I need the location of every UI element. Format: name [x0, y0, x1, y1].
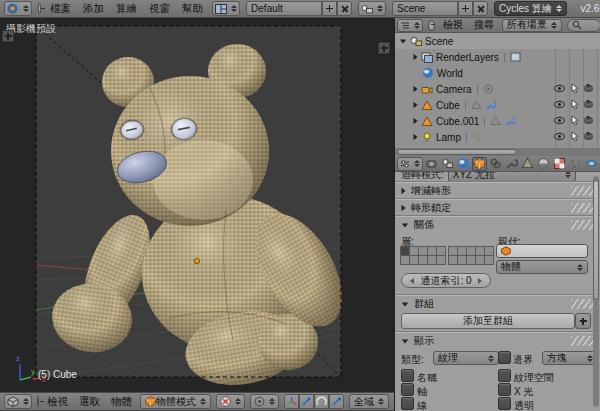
- panel-expander-icon[interactable]: [402, 205, 406, 211]
- menu-render[interactable]: 算繪: [113, 2, 140, 16]
- menu-object[interactable]: 物體: [108, 395, 135, 409]
- viewport-shading-dropdown[interactable]: [216, 394, 245, 409]
- outliner-row-world[interactable]: World: [395, 65, 600, 81]
- transparent-checkbox[interactable]: [498, 397, 511, 410]
- tab-physics[interactable]: [584, 157, 599, 171]
- pivot-point-dropdown[interactable]: [250, 394, 279, 409]
- properties-scrollbar[interactable]: [593, 176, 599, 407]
- editor-type-button-properties[interactable]: [397, 157, 423, 171]
- parent-object-field[interactable]: [496, 244, 588, 258]
- bounds-checkbox[interactable]: [498, 351, 511, 364]
- name-checkbox[interactable]: [401, 369, 414, 382]
- panel-delta-transform[interactable]: 增減轉形: [395, 182, 600, 199]
- bounds-type-dropdown[interactable]: 方塊: [542, 351, 598, 365]
- menu-window[interactable]: 視窗: [146, 2, 173, 16]
- expander-icon[interactable]: [414, 102, 418, 108]
- outliner-menu-view[interactable]: 檢視: [440, 18, 466, 32]
- outliner-row-lamp[interactable]: Lamp: [395, 129, 600, 145]
- renderability-camera-icon[interactable]: [584, 131, 595, 142]
- tab-object[interactable]: [472, 157, 487, 171]
- renderability-camera-icon[interactable]: [584, 115, 595, 126]
- add-group-plus-button[interactable]: [575, 313, 591, 329]
- screen-layout-field[interactable]: Default: [246, 1, 322, 16]
- manipulator-scale-button[interactable]: [329, 394, 344, 409]
- object-layers-grid-2[interactable]: [448, 246, 494, 265]
- selectability-cursor-icon[interactable]: [569, 99, 580, 110]
- pass-index-slider[interactable]: 通道索引: 0: [401, 273, 491, 288]
- panel-display[interactable]: 顯示: [395, 332, 600, 349]
- panel-expander-icon[interactable]: [402, 188, 406, 194]
- scene-icon-button[interactable]: [358, 1, 386, 16]
- tab-scene[interactable]: [440, 157, 455, 171]
- editor-type-button-3dview[interactable]: [4, 394, 32, 409]
- outliner-row-renderlayers[interactable]: RenderLayers: [395, 49, 600, 65]
- manipulator-translate-button[interactable]: [299, 394, 314, 409]
- tab-render[interactable]: [424, 157, 439, 171]
- panel-expander-icon[interactable]: [402, 302, 408, 306]
- collapse-menus-icon[interactable]: [37, 396, 39, 407]
- expander-icon[interactable]: [400, 39, 406, 43]
- tab-modifiers[interactable]: [504, 157, 519, 171]
- transform-orientation-dropdown[interactable]: 全域: [349, 394, 389, 409]
- renderability-camera-icon[interactable]: [584, 99, 595, 110]
- expander-icon[interactable]: [414, 54, 418, 60]
- add-to-group-button[interactable]: 添加至群組: [401, 313, 575, 329]
- panel-transform-lock[interactable]: 轉形鎖定: [395, 199, 600, 216]
- editor-type-button-outliner[interactable]: [397, 19, 423, 32]
- tab-constraints[interactable]: [488, 157, 503, 171]
- parent-type-dropdown[interactable]: 物體: [496, 260, 588, 274]
- expander-icon[interactable]: [414, 86, 418, 92]
- collapse-menus-icon[interactable]: [428, 20, 435, 31]
- manipulator-axis-button[interactable]: [284, 394, 299, 409]
- visibility-eye-icon[interactable]: [554, 83, 565, 94]
- visibility-eye-icon[interactable]: [554, 99, 565, 110]
- menu-file[interactable]: 檔案: [47, 2, 74, 16]
- outliner-row-cube[interactable]: Cube: [395, 97, 600, 113]
- expander-icon[interactable]: [414, 118, 418, 124]
- viewport-3d[interactable]: z y x 攝影機預設 (5) Cube: [0, 18, 394, 392]
- panel-expander-icon[interactable]: [402, 339, 408, 343]
- menu-add[interactable]: 添加: [80, 2, 107, 16]
- add-screen-button[interactable]: [322, 1, 337, 16]
- tab-texture[interactable]: [552, 157, 567, 171]
- add-scene-button[interactable]: [458, 1, 473, 16]
- axis-checkbox[interactable]: [401, 383, 414, 396]
- visibility-eye-icon[interactable]: [554, 115, 565, 126]
- screen-layout-icon-button[interactable]: [212, 1, 240, 16]
- menu-help[interactable]: 幫助: [179, 2, 206, 16]
- outliner-row-camera[interactable]: Camera: [395, 81, 600, 97]
- outliner-row-cube001[interactable]: Cube.001: [395, 113, 600, 129]
- tab-object-data[interactable]: [520, 157, 535, 171]
- mode-dropdown[interactable]: 物體模式: [140, 394, 211, 409]
- menu-view[interactable]: 檢視: [44, 395, 71, 409]
- draw-type-dropdown[interactable]: 紋理: [433, 351, 499, 365]
- texture-space-checkbox[interactable]: [498, 369, 511, 382]
- selectability-cursor-icon[interactable]: [569, 115, 580, 126]
- manipulator-rotate-button[interactable]: [314, 394, 329, 409]
- scene-name-field[interactable]: Scene: [392, 1, 458, 16]
- delete-screen-button[interactable]: [337, 1, 352, 16]
- toolshelf-expand-button[interactable]: [2, 30, 14, 42]
- outliner-horizontal-scrollbar[interactable]: [395, 148, 600, 156]
- outliner-display-filter-dropdown[interactable]: 所有場景: [502, 19, 562, 32]
- outliner-row-scene[interactable]: Scene: [395, 33, 600, 49]
- editor-type-button-info[interactable]: [4, 1, 32, 16]
- expander-icon[interactable]: [414, 134, 418, 140]
- panel-relations[interactable]: 關係: [395, 216, 600, 233]
- render-engine-dropdown[interactable]: Cycles 算繪: [494, 1, 567, 16]
- xray-checkbox[interactable]: [498, 383, 511, 396]
- increment-arrow-icon[interactable]: [478, 278, 482, 284]
- renderability-camera-icon[interactable]: [584, 83, 595, 94]
- selectability-cursor-icon[interactable]: [569, 83, 580, 94]
- delete-scene-button[interactable]: [473, 1, 488, 16]
- tab-world[interactable]: [456, 157, 471, 171]
- panel-groups[interactable]: 群組: [395, 295, 600, 312]
- tab-particles[interactable]: [568, 157, 583, 171]
- properties-shelf-expand-button[interactable]: [378, 42, 390, 54]
- selectability-cursor-icon[interactable]: [569, 131, 580, 142]
- collapse-menus-icon[interactable]: [38, 3, 41, 14]
- menu-select[interactable]: 選取: [76, 395, 103, 409]
- panel-expander-icon[interactable]: [402, 223, 408, 227]
- decrement-arrow-icon[interactable]: [410, 278, 414, 284]
- object-layers-grid-1[interactable]: [400, 246, 446, 265]
